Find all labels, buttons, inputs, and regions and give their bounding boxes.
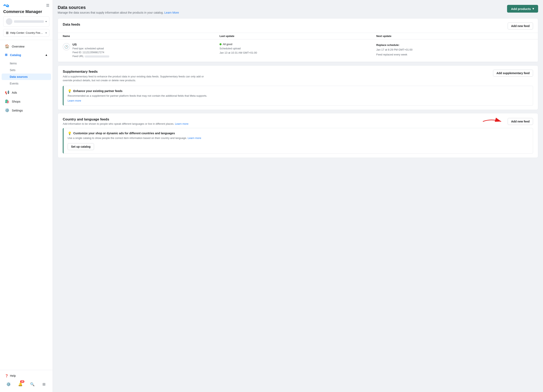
data-feeds-title: Data feeds bbox=[63, 23, 80, 27]
avatar bbox=[6, 18, 12, 25]
feed-name: US bbox=[73, 43, 109, 46]
country-info-title: Customize your shop or dynamic ads for d… bbox=[73, 132, 175, 135]
sidebar-header: ∞ ☰ Commerce Manager ▾ ⊞ Help Center: Co… bbox=[0, 0, 53, 40]
meta-icon: ∞ bbox=[3, 4, 11, 7]
sidebar-item-ads[interactable]: 📢 Ads bbox=[2, 88, 51, 97]
country-feeds-title: Country and language feeds bbox=[63, 117, 188, 121]
sidebar-nav: 🏠 Overview ⊞ Catalog ▲ Items Sets Data s… bbox=[0, 40, 53, 370]
page-title: Data sources bbox=[58, 5, 179, 10]
red-arrow-annotation bbox=[481, 117, 505, 125]
chevron-down-icon: ▾ bbox=[45, 31, 47, 34]
feed-meta: Feed type: scheduled upload Feed ID: 111… bbox=[73, 47, 109, 58]
hamburger-icon[interactable]: ☰ bbox=[46, 3, 49, 8]
account-selector[interactable]: ▾ bbox=[3, 17, 49, 27]
country-info-box: 💡 Customize your shop or dynamic ads for… bbox=[63, 128, 533, 153]
data-feeds-card: Data feeds Add new feed Name Last update… bbox=[58, 18, 538, 62]
chevron-up-icon: ▲ bbox=[45, 53, 48, 57]
page-description: Manage the data sources that supply info… bbox=[58, 11, 179, 14]
meta-logo: ∞ ☰ bbox=[3, 3, 49, 8]
sidebar-item-sets[interactable]: Sets bbox=[2, 67, 51, 73]
gear-button[interactable]: ⚙️ bbox=[5, 381, 12, 388]
sets-label: Sets bbox=[10, 68, 15, 72]
settings-label: Settings bbox=[12, 109, 23, 112]
supplementary-feeds-title: Supplementary feeds bbox=[63, 70, 205, 74]
grid-icon: ⊞ bbox=[6, 31, 9, 35]
items-label: Items bbox=[10, 62, 17, 65]
sidebar-title: Commerce Manager bbox=[3, 9, 49, 14]
help-center-selector[interactable]: ⊞ Help Center: Country Feeds ... ▾ bbox=[3, 29, 49, 37]
country-feeds-desc: Add information to be shown to people wh… bbox=[63, 122, 188, 125]
notification-button[interactable]: 🔔 28 bbox=[17, 381, 24, 388]
col-header-name: Name bbox=[63, 34, 220, 38]
catalog-label: Catalog bbox=[10, 53, 21, 57]
sidebar-item-events[interactable]: Events bbox=[2, 80, 51, 87]
country-feeds-header: Country and language feeds Add informati… bbox=[58, 113, 538, 128]
help-center-label: Help Center: Country Feeds ... bbox=[10, 31, 44, 34]
supplementary-info-box: 💡 Enhance your existing partner feeds Re… bbox=[63, 86, 533, 106]
help-label: Help bbox=[10, 374, 16, 377]
country-language-feeds-card: Country and language feeds Add informati… bbox=[58, 113, 538, 158]
next-update-cell: Replace schedule: Jan 17 at 8:29 PM GMT+… bbox=[376, 43, 533, 57]
add-supplementary-feed-button[interactable]: Add supplementary feed bbox=[493, 70, 533, 77]
notification-badge: 28 bbox=[20, 380, 24, 383]
ads-label: Ads bbox=[12, 91, 17, 94]
chevron-down-icon: ▾ bbox=[532, 7, 534, 11]
sidebar-item-overview[interactable]: 🏠 Overview bbox=[2, 42, 51, 51]
home-icon: 🏠 bbox=[5, 44, 9, 49]
supplementary-info-title: Enhance your existing partner feeds bbox=[73, 89, 122, 93]
country-info-learn-more-link[interactable]: Learn more bbox=[188, 136, 201, 140]
supplementary-feeds-desc: Add a supplementary feed to enhance the … bbox=[63, 74, 205, 82]
table-row: 🕐 US Feed type: scheduled upload Feed ID… bbox=[58, 40, 538, 62]
settings-icon: ⚙️ bbox=[5, 108, 9, 113]
sidebar-item-data-sources[interactable]: Data sources bbox=[2, 74, 51, 80]
data-sources-label: Data sources bbox=[10, 75, 28, 78]
catalog-icon: ⊞ bbox=[5, 53, 7, 57]
sidebar-item-shops[interactable]: 🛍️ Shops bbox=[2, 97, 51, 106]
help-icon: ❓ bbox=[5, 374, 8, 377]
page-header: Data sources Manage the data sources tha… bbox=[58, 5, 538, 14]
col-header-last-update: Last update bbox=[220, 34, 376, 38]
svg-text:∞: ∞ bbox=[3, 4, 5, 7]
sidebar-bottom-icons: ⚙️ 🔔 28 🔍 ⊞ bbox=[3, 379, 49, 390]
shops-icon: 🛍️ bbox=[5, 99, 9, 104]
account-name bbox=[14, 20, 44, 23]
status-cell: All good Scheduled upload Jan 13 at 10:3… bbox=[220, 43, 376, 55]
chevron-down-icon: ▾ bbox=[45, 20, 47, 23]
supplementary-feeds-header: Supplementary feeds Add a supplementary … bbox=[58, 66, 538, 86]
ads-icon: 📢 bbox=[5, 90, 9, 95]
view-toggle-button[interactable]: ⊞ bbox=[40, 381, 48, 388]
col-header-next-update: Next update bbox=[376, 34, 533, 38]
feed-name-cell: 🕐 US Feed type: scheduled upload Feed ID… bbox=[63, 43, 220, 58]
search-button[interactable]: 🔍 bbox=[29, 381, 36, 388]
main-content: Data sources Manage the data sources tha… bbox=[53, 0, 543, 392]
sidebar-item-items[interactable]: Items bbox=[2, 60, 51, 67]
add-country-feed-button[interactable]: Add new feed bbox=[508, 118, 533, 125]
feed-url-masked bbox=[85, 56, 109, 57]
supplementary-feeds-card: Supplementary feeds Add a supplementary … bbox=[58, 65, 538, 110]
supplementary-learn-more-link[interactable]: Learn more bbox=[68, 99, 81, 102]
add-new-feed-button[interactable]: Add new feed bbox=[508, 23, 533, 29]
sidebar-item-label: Overview bbox=[12, 45, 25, 48]
set-up-catalog-button[interactable]: Set up catalog bbox=[68, 143, 94, 150]
status-dot-good bbox=[220, 43, 221, 45]
status-badge: All good bbox=[220, 43, 376, 46]
data-feeds-header: Data feeds Add new feed bbox=[58, 18, 538, 33]
shops-label: Shops bbox=[12, 100, 21, 103]
status-text: Scheduled upload Jan 13 at 10:31 AM GMT+… bbox=[220, 46, 376, 55]
sidebar-item-catalog[interactable]: ⊞ Catalog ▲ bbox=[2, 51, 51, 59]
bulb-icon: 💡 bbox=[68, 89, 72, 93]
country-learn-more-link[interactable]: Learn more bbox=[175, 122, 188, 125]
bulb-icon: 💡 bbox=[68, 131, 72, 135]
supplementary-info-desc: Recommended as a supplement for partner … bbox=[68, 94, 529, 97]
red-arrow-icon bbox=[481, 117, 505, 125]
table-header: Name Last update Next update bbox=[58, 33, 538, 40]
sidebar-footer: ❓ Help ⚙️ 🔔 28 🔍 ⊞ bbox=[0, 370, 53, 392]
help-item[interactable]: ❓ Help bbox=[3, 373, 49, 379]
feed-clock-icon: 🕐 bbox=[63, 43, 70, 50]
sidebar-item-settings[interactable]: ⚙️ Settings bbox=[2, 106, 51, 114]
add-products-button[interactable]: Add products ▾ bbox=[507, 5, 538, 13]
learn-more-link[interactable]: Learn More bbox=[164, 11, 179, 14]
sidebar: ∞ ☰ Commerce Manager ▾ ⊞ Help Center: Co… bbox=[0, 0, 53, 392]
events-label: Events bbox=[10, 82, 18, 85]
catalog-sub-nav: Items Sets Data sources Events bbox=[0, 59, 53, 88]
